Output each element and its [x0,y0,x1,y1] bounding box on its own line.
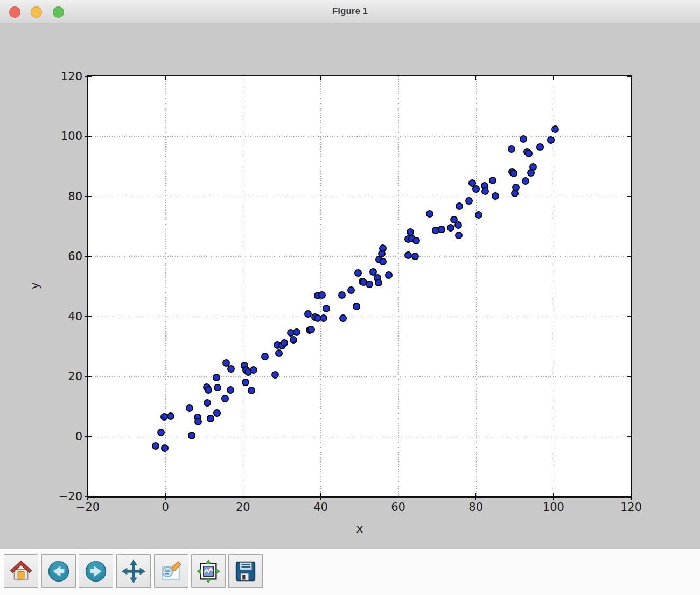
figure-canvas[interactable]: x y −20020406080100120−20020406080100120 [0,23,700,549]
scatter-point [547,136,555,144]
home-icon [9,559,33,584]
pan-button[interactable] [116,554,151,588]
x-tick-label: 60 [374,501,423,514]
gridline [398,76,399,496]
x-tick [243,493,244,496]
x-tick-label: 20 [219,501,267,514]
y-tick [627,376,631,377]
forward-button[interactable] [79,554,113,588]
y-tick-label: 120 [40,70,82,83]
x-tick [475,493,477,496]
scatter-point [293,328,300,336]
x-tick [320,496,321,500]
back-icon [46,559,71,584]
gridline [88,256,631,257]
x-tick [243,76,244,80]
scatter-point [161,444,169,452]
forward-icon [83,559,108,584]
x-tick [398,76,399,80]
scatter-point [194,418,202,425]
subplots-icon [196,559,221,584]
y-tick [88,76,92,77]
scatter-point [454,221,462,229]
scatter-point [525,150,533,157]
y-axis-label: y [28,275,41,297]
y-tick [88,376,92,377]
y-tick [627,316,631,317]
zoom-rect-button[interactable] [154,554,188,588]
y-tick [627,136,631,137]
x-tick-label: 80 [452,501,500,514]
scatter-point [207,415,214,422]
pan-icon [121,559,146,584]
back-button[interactable] [41,554,76,588]
x-tick [87,76,88,80]
y-tick [627,196,631,197]
x-tick [165,76,166,80]
scatter-point [186,404,193,412]
x-tick [631,76,632,80]
subplots-button[interactable] [191,554,226,588]
scatter-point [510,170,517,177]
y-tick-label: 40 [40,310,82,323]
x-tick [165,493,166,496]
scatter-point [227,386,234,394]
gridline [476,76,477,496]
y-tick-label: −20 [40,490,82,503]
x-tick [243,496,244,500]
scatter-point [438,226,445,233]
scatter-point [404,251,412,259]
navigation-toolbar [0,549,700,595]
scatter-point [307,326,315,333]
gridline [88,317,631,317]
gridline [88,376,631,377]
figure-window: Figure 1 x y −20020406080100120−20020406… [0,0,700,595]
gridline [165,76,166,496]
scatter-point [290,336,297,344]
scatter-point [242,379,249,386]
x-tick [553,496,554,500]
x-tick [320,76,321,80]
x-tick-label: 120 [607,501,655,514]
scatter-point [323,305,330,312]
scatter-point [366,281,373,288]
scatter-point [320,314,327,322]
gridline [88,437,631,437]
y-tick [88,136,92,137]
scatter-point [347,286,355,294]
x-tick [320,493,321,496]
x-tick [475,76,477,80]
y-tick [88,316,92,317]
x-tick [165,496,166,500]
save-button[interactable] [228,554,263,588]
y-tick [88,196,92,197]
scatter-point [551,125,559,133]
scatter-point [447,224,454,232]
y-tick-label: 100 [40,130,82,143]
x-tick-label: 0 [141,501,190,514]
scatter-point [275,349,283,357]
y-tick-label: 0 [40,430,82,443]
titlebar[interactable]: Figure 1 [0,0,700,23]
scatter-point [204,399,211,407]
y-tick [88,436,92,437]
home-button[interactable] [4,554,38,588]
x-tick [87,496,88,500]
y-tick-label: 60 [40,250,82,263]
x-tick-label: 100 [529,501,578,514]
x-tick [631,496,632,500]
scatter-point [205,386,212,394]
scatter-point [152,442,159,450]
x-axis-label: x [333,522,387,535]
x-tick [553,76,554,80]
scatter-point [318,291,326,299]
scatter-point [157,429,165,436]
scatter-point [338,291,346,299]
scatter-point [339,314,347,322]
gridline [88,197,631,197]
y-tick-label: 80 [40,190,82,203]
scatter-point [385,271,393,279]
window-title: Figure 1 [0,0,700,23]
zoom-rect-icon [159,559,184,584]
y-tick [627,76,631,77]
